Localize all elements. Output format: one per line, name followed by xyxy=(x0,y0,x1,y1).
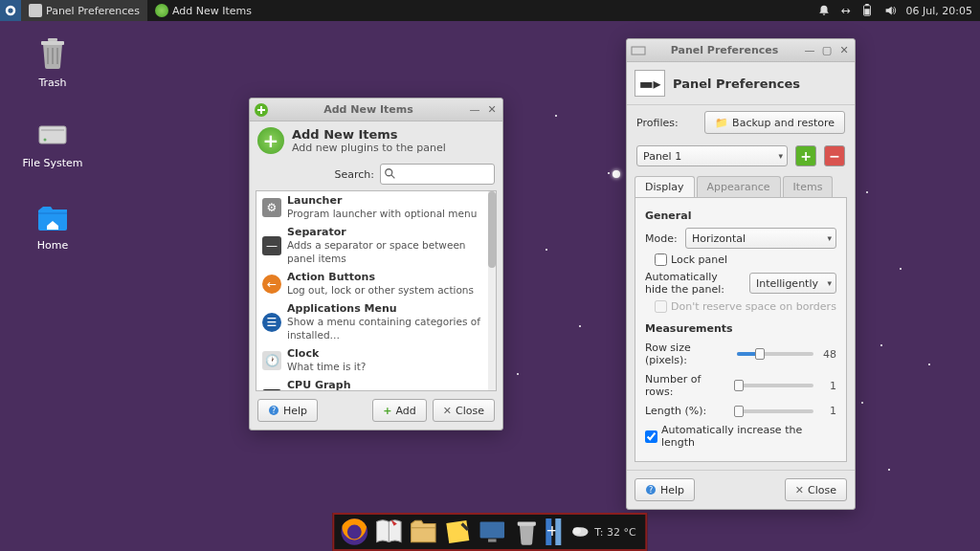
num-rows-label: Number of rows: xyxy=(645,373,731,398)
help-button[interactable]: ?Help xyxy=(257,399,318,422)
svg-rect-9 xyxy=(41,129,64,131)
minimize-button[interactable]: — xyxy=(468,103,481,117)
window-title: Panel Preferences xyxy=(650,44,799,56)
dock-display[interactable] xyxy=(476,517,508,547)
list-item[interactable]: 🕐ClockWhat time is it? xyxy=(256,344,496,376)
desktop-icon-filesystem[interactable]: File System xyxy=(19,115,86,169)
measurements-section-title: Measurements xyxy=(645,322,836,335)
list-item[interactable]: ║CPU GraphGraphical representation of th… xyxy=(256,376,496,391)
mode-label: Mode: xyxy=(645,232,679,245)
svg-point-11 xyxy=(386,169,392,176)
svg-point-1 xyxy=(8,8,12,12)
dock-weather[interactable]: T: 32 °C xyxy=(564,521,641,542)
backup-restore-button[interactable]: 📁Backup and restore xyxy=(704,111,845,134)
search-input[interactable] xyxy=(380,164,495,185)
taskbar-item-panel-preferences[interactable]: Panel Preferences xyxy=(21,0,147,21)
folder-icon: 📁 xyxy=(715,117,728,129)
titlebar[interactable]: Add New Items — ✕ xyxy=(250,99,502,121)
search-label: Search: xyxy=(335,168,375,181)
svg-rect-21 xyxy=(488,539,497,541)
dialog-subheading: Add new plugins to the panel xyxy=(292,142,446,154)
svg-point-18 xyxy=(347,525,362,540)
mode-select[interactable]: Horizontal xyxy=(685,228,836,249)
reserve-space-checkbox: Don't reserve space on borders xyxy=(655,300,836,313)
dialog-heading: Add New Items xyxy=(292,127,446,142)
svg-rect-19 xyxy=(446,520,469,543)
tab-content-display: General Mode: Horizontal Lock panel Auto… xyxy=(635,197,847,462)
dock-trash[interactable] xyxy=(510,517,543,547)
panel-selector[interactable]: Panel 1 xyxy=(636,145,788,166)
svg-text:?: ? xyxy=(649,486,653,495)
notification-icon[interactable] xyxy=(817,4,831,17)
num-rows-value: 1 xyxy=(819,380,836,392)
window-panel-preferences: Panel Preferences — ▢ ✕ ▬▸ Panel Prefere… xyxy=(626,38,856,510)
desktop-icon-trash[interactable]: Trash xyxy=(19,34,86,89)
icon-label: Home xyxy=(19,239,86,252)
dialog-heading: Panel Preferences xyxy=(673,77,800,91)
task-label: Add New Items xyxy=(172,5,252,17)
icon-label: File System xyxy=(19,157,86,169)
dock-separator[interactable] xyxy=(555,518,561,545)
system-tray: ↔ 06 Jul, 20:05 xyxy=(810,4,980,17)
titlebar[interactable]: Panel Preferences — ▢ ✕ xyxy=(627,39,855,62)
close-button[interactable]: ✕ xyxy=(837,44,851,57)
help-button[interactable]: ?Help xyxy=(635,478,695,501)
network-icon[interactable]: ↔ xyxy=(840,4,850,17)
list-item[interactable]: ←Action ButtonsLog out, lock or other sy… xyxy=(256,268,496,299)
add-button[interactable]: +Add xyxy=(372,399,427,422)
taskbar-item-add-new-items[interactable]: Add New Items xyxy=(147,0,259,21)
scrollbar[interactable] xyxy=(488,191,496,390)
clock-text[interactable]: 06 Jul, 20:05 xyxy=(906,5,972,17)
list-item[interactable]: ☰Applications MenuShow a menu containing… xyxy=(256,299,496,344)
dock-reader[interactable] xyxy=(372,517,405,547)
volume-icon[interactable] xyxy=(883,4,897,17)
window-title: Add New Items xyxy=(273,103,464,116)
lock-panel-checkbox[interactable]: Lock panel xyxy=(655,253,836,266)
num-rows-slider[interactable] xyxy=(737,384,813,387)
svg-rect-14 xyxy=(632,47,645,55)
battery-icon[interactable] xyxy=(860,4,874,17)
add-panel-button[interactable]: + xyxy=(795,145,816,166)
auto-increase-checkbox[interactable]: Automatically increase the length xyxy=(645,424,836,449)
dock-firefox[interactable] xyxy=(338,517,370,547)
row-size-slider[interactable] xyxy=(737,352,813,356)
svg-rect-4 xyxy=(865,4,869,6)
svg-text:?: ? xyxy=(272,407,276,415)
length-slider[interactable] xyxy=(737,409,813,413)
length-value: 1 xyxy=(819,405,836,417)
drive-icon xyxy=(33,115,72,153)
dock-separator[interactable]: + xyxy=(546,518,551,545)
whisker-menu-button[interactable] xyxy=(0,0,21,21)
tab-items[interactable]: Items xyxy=(783,176,834,197)
profiles-label: Profiles: xyxy=(636,117,679,129)
task-label: Panel Preferences xyxy=(46,5,140,17)
svg-point-24 xyxy=(573,527,581,534)
row-size-label: Row size (pixels): xyxy=(645,342,731,366)
minimize-button[interactable]: — xyxy=(803,44,816,57)
tab-display[interactable]: Display xyxy=(635,176,695,197)
dock-notes[interactable] xyxy=(441,517,474,547)
close-button[interactable]: ✕Close xyxy=(433,399,495,422)
svg-point-8 xyxy=(44,139,47,142)
dock-files[interactable] xyxy=(407,517,439,547)
autohide-select[interactable]: Intelligently xyxy=(749,273,836,294)
tab-bar: Display Appearance Items xyxy=(635,176,847,197)
tab-appearance[interactable]: Appearance xyxy=(697,176,781,197)
autohide-label: Automatically hide the panel: xyxy=(645,271,744,296)
remove-panel-button[interactable]: − xyxy=(824,145,845,166)
list-item[interactable]: —SeparatorAdds a separator or space betw… xyxy=(256,223,496,268)
close-button[interactable]: ✕Close xyxy=(785,478,847,501)
folder-home-icon xyxy=(33,197,72,235)
length-label: Length (%): xyxy=(645,405,731,417)
close-button[interactable]: ✕ xyxy=(485,103,499,117)
window-icon xyxy=(631,43,646,58)
desktop-icon-home[interactable]: Home xyxy=(19,197,86,252)
svg-rect-20 xyxy=(480,521,505,538)
trash-icon xyxy=(33,34,72,73)
general-section-title: General xyxy=(645,209,836,222)
maximize-button[interactable]: ▢ xyxy=(820,44,834,57)
svg-rect-5 xyxy=(41,41,64,45)
list-item[interactable]: ⚙LauncherProgram launcher with optional … xyxy=(256,191,496,223)
weather-icon xyxy=(569,521,590,542)
plugin-list[interactable]: ⚙LauncherProgram launcher with optional … xyxy=(256,190,497,391)
